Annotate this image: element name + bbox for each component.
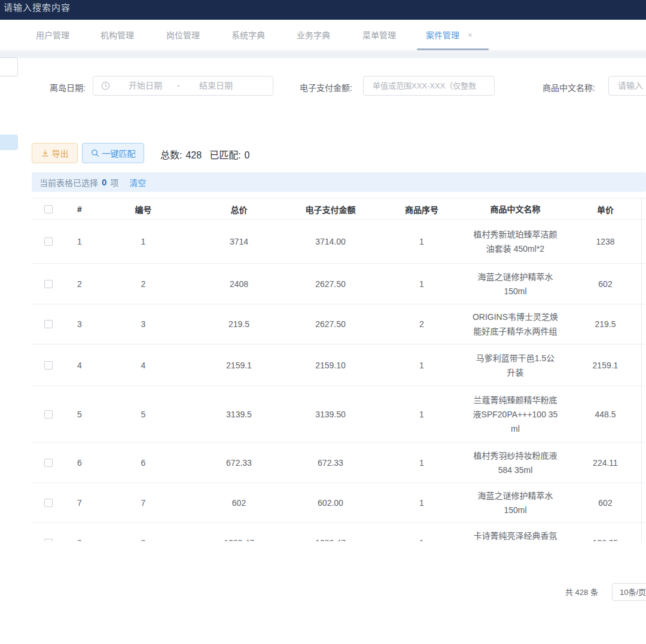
export-button[interactable]: 导出 <box>32 143 78 163</box>
date-range-picker[interactable]: 开始日期 - 结束日期 <box>93 76 273 96</box>
cell-code: 6 <box>94 442 193 483</box>
amount-input[interactable]: 单值或范围XXX-XXX（仅整数 <box>363 76 495 96</box>
row-checkbox[interactable] <box>44 499 53 507</box>
cell-name: 卡诗菁纯亮泽经典香氛发油 100ml <box>468 523 563 541</box>
cell-name: 植村秀羽纱持妆粉底液 584 35ml <box>468 442 563 483</box>
total-value: 428 <box>185 150 202 160</box>
cell-total: 602 <box>193 483 285 522</box>
search-icon <box>91 149 99 157</box>
data-table: # 编号 总价 电子支付金额 商品序号 商品中文名称 单价 1 1 3714 3… <box>32 198 646 541</box>
active-tab-underline <box>417 48 489 50</box>
cell-epay: 3139.50 <box>285 386 376 442</box>
cell-price: 1238 <box>563 220 646 263</box>
table-row: 6 6 672.33 672.33 1 植村秀羽纱持妆粉底液 584 35ml … <box>32 442 646 483</box>
row-checkbox[interactable] <box>44 410 53 419</box>
tab-business-dict[interactable]: 业务字典 <box>297 20 330 51</box>
tab-org-management[interactable]: 机构管理 <box>100 20 134 51</box>
tab-post-management[interactable]: 岗位管理 <box>166 20 200 51</box>
start-date-placeholder[interactable]: 开始日期 <box>112 77 178 95</box>
table-row: 4 4 2159.1 2159.10 1 马爹利蓝带干邑1.5公升装 2159.… <box>32 344 646 386</box>
cell-name: ORIGINS韦博士灵芝焕能好底子精华水两件组 <box>468 304 563 344</box>
cell-seq: 2 <box>376 304 468 344</box>
fixed-column-divider <box>641 198 642 541</box>
clear-selection-link[interactable]: 清空 <box>129 176 146 188</box>
column-header-seq: 商品序号 <box>376 199 468 219</box>
amount-filter-label: 电子支付金额: <box>300 81 352 93</box>
cell-seq: 1 <box>376 483 468 522</box>
pagination-total: 共 428 条 <box>565 586 598 597</box>
cell-epay: 2627.50 <box>285 264 376 304</box>
page: 请输入搜索内容 用户管理 机构管理 岗位管理 系统字典 业务字典 菜单管理 案件… <box>0 0 646 644</box>
column-header-total: 总价 <box>193 199 285 219</box>
cell-index: 8 <box>65 523 94 541</box>
column-header-price: 单价 <box>563 199 646 219</box>
cell-epay: 3714.00 <box>285 220 376 263</box>
cell-name: 兰蔻菁纯臻颜精华粉底液SPF20PA+++100 35 ml <box>468 386 563 442</box>
cell-index: 2 <box>65 264 94 304</box>
tab-bar: 用户管理 机构管理 岗位管理 系统字典 业务字典 菜单管理 案件管理 × <box>0 20 646 51</box>
page-size-select[interactable]: 10条/页 <box>612 583 646 601</box>
cell-seq: 1 <box>376 264 468 304</box>
page-size-value: 10条/页 <box>620 584 646 602</box>
select-all-checkbox[interactable] <box>44 205 53 213</box>
table-row: 7 7 602 602.00 1 海蓝之谜修护精萃水 150ml 602 <box>32 483 646 523</box>
column-header-index: # <box>65 199 94 219</box>
cell-code: 1 <box>94 220 193 263</box>
table-header-row: # 编号 总价 电子支付金额 商品序号 商品中文名称 单价 <box>32 199 646 220</box>
global-search-input[interactable]: 请输入搜索内容 <box>4 1 71 13</box>
cell-total: 2408 <box>193 264 285 304</box>
matched-label: 已匹配: <box>209 150 240 160</box>
cell-index: 7 <box>65 483 94 522</box>
cell-seq: 1 <box>376 344 468 386</box>
cell-index: 3 <box>65 304 94 344</box>
cell-code: 4 <box>94 344 193 386</box>
cell-index: 6 <box>65 442 94 483</box>
match-button-label: 一键匹配 <box>102 147 136 159</box>
cell-total: 1283.47 <box>193 523 285 541</box>
row-checkbox[interactable] <box>44 280 53 288</box>
one-click-match-button[interactable]: 一键匹配 <box>82 143 144 163</box>
row-checkbox[interactable] <box>44 237 53 246</box>
selection-info-bar: 当前表格已选择 0 项 清空 <box>32 172 646 192</box>
product-name-input[interactable]: 请输入 <box>608 76 646 96</box>
row-checkbox[interactable] <box>44 361 53 370</box>
row-checkbox[interactable] <box>44 459 53 467</box>
table-body: 1 1 3714 3714.00 1 植村秀新琥珀臻萃洁颜油套装 450ml*2… <box>32 220 646 541</box>
selection-prefix: 当前表格已选择 <box>39 176 98 188</box>
row-checkbox[interactable] <box>44 320 53 328</box>
tab-system-dict[interactable]: 系统字典 <box>231 20 265 51</box>
cell-price: 224.11 <box>563 442 646 483</box>
selection-suffix: 项 <box>110 176 118 188</box>
amount-placeholder: 单值或范围XXX-XXX（仅整数 <box>373 77 476 95</box>
cell-seq: 1 <box>376 442 468 483</box>
top-navbar: 请输入搜索内容 <box>0 0 646 20</box>
cell-code: 8 <box>94 523 193 541</box>
cell-epay: 2159.10 <box>285 344 376 386</box>
tab-case-management[interactable]: 案件管理 <box>426 20 459 51</box>
cell-index: 5 <box>65 386 94 442</box>
product-name-filter-label: 商品中文名称: <box>543 81 595 93</box>
export-button-label: 导出 <box>52 147 69 159</box>
cell-seq: 1 <box>376 523 468 541</box>
download-icon <box>41 149 49 157</box>
cell-epay: 1283.47 <box>285 523 376 541</box>
tab-user-management[interactable]: 用户管理 <box>36 20 69 51</box>
row-checkbox[interactable] <box>44 539 53 542</box>
cell-code: 5 <box>94 386 193 442</box>
matched-value: 0 <box>245 150 250 160</box>
cell-seq: 1 <box>376 220 468 263</box>
product-name-placeholder: 请输入 <box>618 77 643 95</box>
cell-price: 448.5 <box>563 386 646 442</box>
selection-count: 0 <box>102 177 106 187</box>
cell-epay: 602.00 <box>285 483 376 522</box>
cell-total: 672.33 <box>193 442 285 483</box>
tab-menu-management[interactable]: 菜单管理 <box>362 20 396 51</box>
end-date-placeholder[interactable]: 结束日期 <box>183 77 249 95</box>
date-filter-label: 离岛日期: <box>50 81 86 93</box>
cell-code: 7 <box>94 483 193 522</box>
cell-code: 3 <box>94 304 193 344</box>
tab-close-icon[interactable]: × <box>468 20 473 51</box>
cropped-left-input <box>0 57 18 77</box>
stats-summary: 总数:428已匹配:0 <box>160 147 250 161</box>
table-row: 8 8 1283.47 1283.47 1 卡诗菁纯亮泽经典香氛发油 100ml… <box>32 523 646 541</box>
